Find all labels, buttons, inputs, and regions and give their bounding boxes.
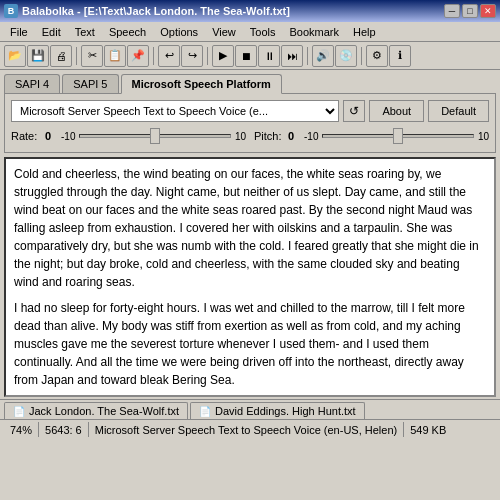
- toolbar-settings[interactable]: ⚙: [366, 45, 388, 67]
- menu-edit[interactable]: Edit: [36, 25, 67, 39]
- rate-slider-group: Rate: 0 -10 10: [11, 130, 246, 142]
- refresh-button[interactable]: ↺: [343, 100, 365, 122]
- toolbar-play[interactable]: ▶: [212, 45, 234, 67]
- toolbar-pause[interactable]: ⏸: [258, 45, 280, 67]
- status-percent: 74%: [4, 422, 39, 437]
- menu-file[interactable]: File: [4, 25, 34, 39]
- bottom-tab-highhunt[interactable]: 📄 David Eddings. High Hunt.txt: [190, 402, 365, 419]
- status-position: 5643: 6: [39, 422, 89, 437]
- menu-options[interactable]: Options: [154, 25, 204, 39]
- tab-sapi5[interactable]: SAPI 5: [62, 74, 118, 93]
- minimize-button[interactable]: ─: [444, 4, 460, 18]
- toolbar-paste[interactable]: 📌: [127, 45, 149, 67]
- paragraph-1: Cold and cheerless, the wind beating on …: [14, 165, 486, 291]
- status-bar: 74% 5643: 6 Microsoft Server Speech Text…: [0, 419, 500, 439]
- bottom-tabs: 📄 Jack London. The Sea-Wolf.txt 📄 David …: [0, 399, 500, 419]
- file-icon-1: 📄: [13, 406, 25, 417]
- rate-value: 0: [45, 130, 57, 142]
- tab-microsoft-speech[interactable]: Microsoft Speech Platform: [121, 74, 282, 94]
- pitch-value: 0: [288, 130, 300, 142]
- app-icon: B: [4, 4, 18, 18]
- bottom-tab-seawolf[interactable]: 📄 Jack London. The Sea-Wolf.txt: [4, 402, 188, 419]
- toolbar-skip[interactable]: ⏭: [281, 45, 303, 67]
- toolbar-separator-1: [76, 47, 77, 65]
- toolbar-separator-3: [207, 47, 208, 65]
- menu-help[interactable]: Help: [347, 25, 382, 39]
- close-button[interactable]: ✕: [480, 4, 496, 18]
- toolbar-copy[interactable]: 📋: [104, 45, 126, 67]
- menu-speech[interactable]: Speech: [103, 25, 152, 39]
- bottom-tab-label-2: David Eddings. High Hunt.txt: [215, 405, 356, 417]
- tab-sapi4[interactable]: SAPI 4: [4, 74, 60, 93]
- text-area[interactable]: Cold and cheerless, the wind beating on …: [4, 157, 496, 397]
- rate-slider[interactable]: [79, 134, 230, 138]
- maximize-button[interactable]: □: [462, 4, 478, 18]
- toolbar-open[interactable]: 📂: [4, 45, 26, 67]
- menu-view[interactable]: View: [206, 25, 242, 39]
- toolbar-redo[interactable]: ↪: [181, 45, 203, 67]
- toolbar-separator-2: [153, 47, 154, 65]
- toolbar-undo[interactable]: ↩: [158, 45, 180, 67]
- status-file-size: 549 KB: [404, 422, 496, 437]
- toolbar-separator-4: [307, 47, 308, 65]
- menu-bar: File Edit Text Speech Options View Tools…: [0, 22, 500, 42]
- file-icon-2: 📄: [199, 406, 211, 417]
- voice-select[interactable]: Microsoft Server Speech Text to Speech V…: [11, 100, 339, 122]
- menu-tools[interactable]: Tools: [244, 25, 282, 39]
- pitch-min: -10: [304, 131, 318, 142]
- paragraph-2: I had no sleep for forty-eight hours. I …: [14, 299, 486, 389]
- pitch-max: 10: [478, 131, 489, 142]
- rate-label: Rate:: [11, 130, 41, 142]
- toolbar-separator-5: [361, 47, 362, 65]
- toolbar: 📂 💾 🖨 ✂ 📋 📌 ↩ ↪ ▶ ⏹ ⏸ ⏭ 🔊 💿 ⚙ ℹ: [0, 42, 500, 70]
- status-voice-info: Microsoft Server Speech Text to Speech V…: [89, 422, 404, 437]
- pitch-slider-group: Pitch: 0 -10 10: [254, 130, 489, 142]
- rate-max: 10: [235, 131, 246, 142]
- tab-bar: SAPI 4 SAPI 5 Microsoft Speech Platform: [0, 70, 500, 93]
- toolbar-volume[interactable]: 🔊: [312, 45, 334, 67]
- title-bar: B Balabolka - [E:\Text\Jack London. The …: [0, 0, 500, 22]
- pitch-slider[interactable]: [322, 134, 473, 138]
- voice-selector-row: Microsoft Server Speech Text to Speech V…: [11, 100, 489, 122]
- default-button[interactable]: Default: [428, 100, 489, 122]
- pitch-label: Pitch:: [254, 130, 284, 142]
- menu-bookmark[interactable]: Bookmark: [283, 25, 345, 39]
- bottom-tab-label-1: Jack London. The Sea-Wolf.txt: [29, 405, 179, 417]
- menu-text[interactable]: Text: [69, 25, 101, 39]
- toolbar-save[interactable]: 💾: [27, 45, 49, 67]
- title-text: Balabolka - [E:\Text\Jack London. The Se…: [22, 5, 290, 17]
- toolbar-print[interactable]: 🖨: [50, 45, 72, 67]
- toolbar-info[interactable]: ℹ: [389, 45, 411, 67]
- voice-panel: Microsoft Server Speech Text to Speech V…: [4, 93, 496, 153]
- about-button[interactable]: About: [369, 100, 424, 122]
- toolbar-cut[interactable]: ✂: [81, 45, 103, 67]
- toolbar-export[interactable]: 💿: [335, 45, 357, 67]
- sliders-row: Rate: 0 -10 10 Pitch: 0 -10 10: [11, 130, 489, 142]
- toolbar-stop[interactable]: ⏹: [235, 45, 257, 67]
- rate-min: -10: [61, 131, 75, 142]
